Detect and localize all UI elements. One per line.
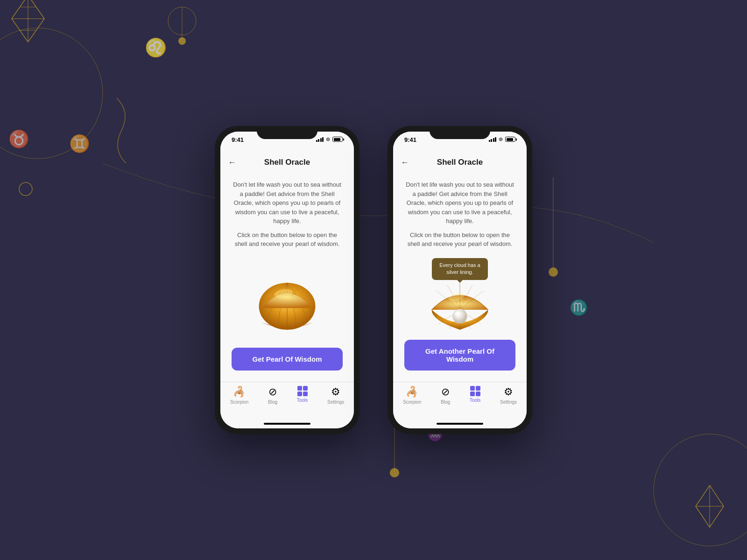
settings-icon-left: ⚙ bbox=[331, 386, 340, 398]
signal-bar-3 bbox=[320, 138, 322, 142]
notch-left bbox=[257, 126, 317, 139]
signal-bar-r1 bbox=[489, 140, 490, 142]
wifi-icon-left: ⊛ bbox=[326, 136, 330, 142]
tab-tools-label-left: Tools bbox=[297, 398, 308, 403]
svg-point-5 bbox=[0, 28, 103, 159]
shell-container-left bbox=[232, 258, 343, 348]
phone-inner-right: 9:41 ⊛ ← Shell Oracle bbox=[393, 132, 527, 428]
svg-text:♊: ♊ bbox=[69, 133, 90, 154]
tab-scorpion-label-right: Scorpion bbox=[403, 399, 421, 405]
status-icons-right: ⊛ bbox=[489, 136, 516, 142]
tab-bar-right: 🦂 Scorpion ⊘ Blog Tools ⚙ Settings bbox=[393, 382, 527, 419]
content-area-left: Don't let life wash you out to sea witho… bbox=[220, 173, 354, 382]
phone-left: 9:41 ⊛ ← Shell Oracle bbox=[215, 126, 359, 434]
nav-header-left: ← Shell Oracle bbox=[220, 152, 354, 173]
signal-bars-left bbox=[316, 137, 324, 142]
battery-icon-left bbox=[332, 137, 343, 142]
tab-settings-right[interactable]: ⚙ Settings bbox=[500, 386, 517, 405]
settings-icon-right: ⚙ bbox=[504, 386, 513, 398]
svg-marker-21 bbox=[696, 485, 724, 527]
tab-scorpion-right[interactable]: 🦂 Scorpion bbox=[403, 386, 421, 405]
phones-container: 9:41 ⊛ ← Shell Oracle bbox=[215, 126, 532, 434]
status-time-right: 9:41 bbox=[404, 136, 416, 143]
home-bar-right bbox=[437, 423, 483, 425]
svg-point-27 bbox=[453, 309, 467, 323]
tab-blog-label-right: Blog bbox=[441, 399, 450, 405]
tab-bar-left: 🦂 Scorpion ⊘ Blog Tools ⚙ Settings bbox=[220, 382, 354, 419]
description-right: Don't let life wash you out to sea witho… bbox=[404, 180, 515, 226]
tools-icon-left bbox=[297, 386, 308, 396]
home-indicator-right bbox=[393, 419, 527, 428]
signal-bars-right bbox=[489, 137, 497, 142]
tab-blog-label-left: Blog bbox=[268, 399, 277, 405]
closed-shell-icon bbox=[250, 266, 324, 339]
status-icons-left: ⊛ bbox=[316, 136, 343, 142]
signal-bar-1 bbox=[316, 140, 317, 142]
page-title-left: Shell Oracle bbox=[264, 158, 310, 167]
nav-header-right: ← Shell Oracle bbox=[393, 152, 527, 173]
svg-point-15 bbox=[549, 267, 558, 277]
blog-icon-left: ⊘ bbox=[268, 386, 277, 398]
back-button-right[interactable]: ← bbox=[401, 158, 409, 168]
tab-scorpion-label-left: Scorpion bbox=[230, 399, 248, 405]
signal-bar-2 bbox=[318, 139, 319, 142]
notch-right bbox=[430, 126, 490, 139]
signal-bar-r4 bbox=[495, 137, 496, 142]
shell-container-right: Every cloud has a silver lining. bbox=[404, 258, 515, 340]
signal-bar-r3 bbox=[493, 138, 494, 142]
svg-text:♉: ♉ bbox=[8, 129, 29, 149]
svg-marker-0 bbox=[12, 0, 44, 42]
signal-bar-4 bbox=[322, 137, 324, 142]
tab-blog-left[interactable]: ⊘ Blog bbox=[268, 386, 277, 405]
svg-point-16 bbox=[654, 434, 747, 546]
scorpion-icon-left: 🦂 bbox=[233, 386, 246, 398]
tab-blog-right[interactable]: ⊘ Blog bbox=[441, 386, 450, 405]
get-pearl-button-left[interactable]: Get Pearl Of Wisdom bbox=[232, 348, 343, 371]
scorpion-icon-right: 🦂 bbox=[406, 386, 418, 398]
get-another-pearl-button-right[interactable]: Get Another Pearl Of Wisdom bbox=[404, 340, 515, 371]
tab-settings-label-right: Settings bbox=[500, 399, 517, 405]
svg-point-20 bbox=[390, 468, 399, 477]
status-time-left: 9:41 bbox=[232, 136, 244, 143]
back-button-left[interactable]: ← bbox=[228, 158, 236, 168]
instruction-right: Click on the button below to open the sh… bbox=[404, 231, 515, 249]
svg-point-8 bbox=[178, 37, 186, 45]
svg-point-6 bbox=[168, 7, 196, 35]
svg-point-12 bbox=[19, 182, 32, 196]
phone-right: 9:41 ⊛ ← Shell Oracle bbox=[388, 126, 532, 434]
svg-text:♏: ♏ bbox=[570, 299, 588, 316]
blog-icon-right: ⊘ bbox=[441, 386, 450, 398]
description-left: Don't let life wash you out to sea witho… bbox=[232, 180, 343, 226]
content-area-right: Don't let life wash you out to sea witho… bbox=[393, 173, 527, 382]
tools-icon-right bbox=[470, 386, 480, 396]
wisdom-tooltip: Every cloud has a silver lining. bbox=[432, 258, 488, 280]
tab-settings-left[interactable]: ⚙ Settings bbox=[327, 386, 344, 405]
tab-tools-right[interactable]: Tools bbox=[470, 386, 480, 403]
battery-icon-right bbox=[505, 137, 515, 142]
tab-tools-label-right: Tools bbox=[470, 398, 480, 403]
tab-scorpion-left[interactable]: 🦂 Scorpion bbox=[230, 386, 248, 405]
tab-settings-label-left: Settings bbox=[327, 399, 344, 405]
phone-inner-left: 9:41 ⊛ ← Shell Oracle bbox=[220, 132, 354, 428]
battery-fill-left bbox=[334, 138, 340, 141]
tab-tools-left[interactable]: Tools bbox=[297, 386, 308, 403]
open-shell-wrapper: Every cloud has a silver lining. bbox=[423, 263, 497, 335]
instruction-left: Click on the button below to open the sh… bbox=[232, 231, 343, 249]
signal-bar-r2 bbox=[491, 139, 492, 142]
page-title-right: Shell Oracle bbox=[437, 158, 483, 167]
home-bar-left bbox=[264, 423, 310, 425]
home-indicator-left bbox=[220, 419, 354, 428]
svg-text:♌: ♌ bbox=[145, 37, 167, 58]
battery-fill-right bbox=[507, 138, 513, 141]
wifi-icon-right: ⊛ bbox=[499, 136, 503, 142]
